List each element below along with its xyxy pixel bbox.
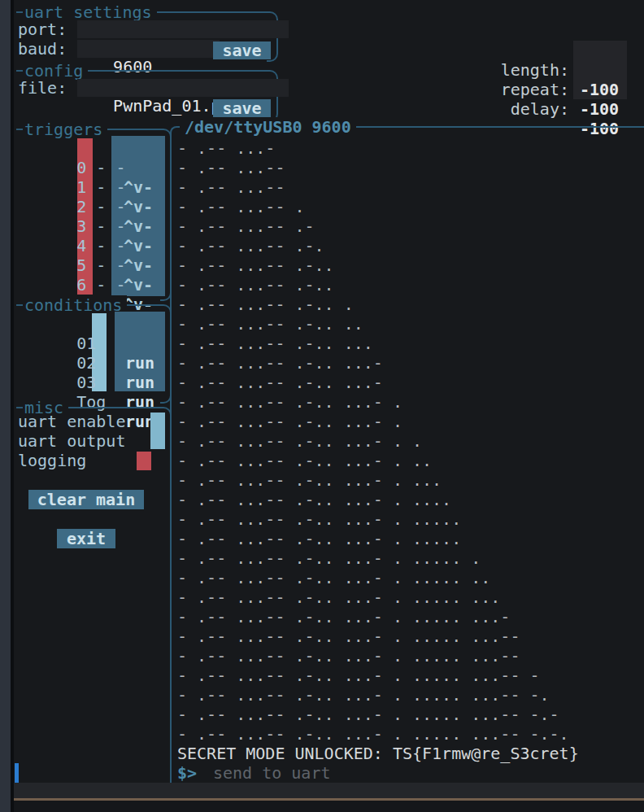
port-input[interactable]: /dev/ttyUSB0 [77, 20, 289, 38]
port-label: port: [18, 20, 67, 39]
file-label: file: [18, 78, 67, 98]
uart-morse-line: - .-- ...-- .-.. ...- [177, 373, 637, 392]
conditions-title: conditions [23, 295, 127, 315]
misc-toggle-label[interactable]: uart output [18, 431, 156, 451]
condition-rows: 01 run 02 run 03 run Tog run [18, 314, 168, 392]
trigger-rows: 0 - - ^v- 1 - - ^v- 2 - - ^v- 3 - - ^v- … [18, 138, 168, 295]
logging-indicator[interactable] [137, 452, 151, 470]
file-input[interactable]: PwnPad_01.py [77, 79, 289, 97]
uart-morse-line: - .-- ...-- .-.. ... [177, 334, 637, 353]
condition-row: 03 run [18, 353, 168, 373]
trigger-row: 3 - - ^v- [18, 197, 168, 216]
misc-toggle-label[interactable]: logging [18, 451, 156, 470]
uart-morse-line: - .-- ...-- .-.. ...- . .... [177, 490, 637, 509]
uart-morse-line: - .-- ...-- .-.. ...- . . [177, 431, 637, 451]
uart-morse-line: - .-- ...-- .-.. [177, 275, 637, 295]
uart-morse-line: - .-- ...-- .-.. ...- . ..... ...-- -.- [177, 705, 637, 724]
uart-output-title: /dev/ttyUSB0 9600 [180, 117, 356, 137]
uart-morse-line: - .-- ...-- .-.. ...- . [177, 412, 637, 431]
exit-button[interactable]: exit [57, 529, 115, 548]
uart-morse-line: - .-- ...-- .-.. ...- . ..... ...-- [177, 626, 637, 646]
trigger-row: 6 - - ^v- [18, 255, 168, 275]
uart-morse-line: - .-- ...- [177, 138, 637, 158]
uart-morse-line: - .-- ...-- .-.. ...- . ..... ... [177, 587, 637, 607]
misc-toggle-labels: uart enable uart output logging [18, 412, 156, 470]
uart-output-lines: - .-- ...- - .-- ...-- - .-- ...-- - .--… [177, 138, 637, 744]
uart-morse-line: - .-- ...-- [177, 177, 637, 197]
uart-morse-line: - .-- ...-- .- [177, 216, 637, 236]
uart-morse-line: - .-- ...-- .-.. ...- . ..... [177, 529, 637, 548]
trigger-row: 1 - - ^v- [18, 158, 168, 177]
condition-row: Tog run [18, 373, 168, 392]
baud-input[interactable]: 9600 [77, 40, 220, 58]
send-to-uart-input[interactable] [213, 763, 538, 783]
trigger-row: 4 - - ^v- [18, 216, 168, 236]
condition-row: 02 run [18, 334, 168, 353]
param-row: length: -100 [455, 41, 644, 60]
bottom-outer-area [14, 801, 644, 812]
uart-morse-line: - .-- ...-- .-.. ...- . ..... ...-- [177, 646, 637, 666]
uart-enable-indicator[interactable] [150, 413, 165, 449]
uart-morse-line: - .-- ...-- .-.. ...- . ..... . [177, 548, 637, 568]
param-label: delay: [455, 99, 569, 119]
uart-morse-line: - .-- ...-- .-.. ...- . ..... ...- [177, 607, 637, 626]
uart-morse-line: - .-- ...-- .-.. ...- . ..... .. [177, 568, 637, 587]
param-row: delay: -100 [455, 80, 644, 99]
uart-morse-line: - .-- ...-- [177, 158, 637, 177]
scroll-handle[interactable] [15, 763, 19, 783]
uart-save-button[interactable]: save [213, 41, 271, 59]
secret-mode-line: SECRET MODE UNLOCKED: TS{F1rmw@re_S3cret… [177, 744, 579, 763]
condition-row: 01 run [18, 314, 168, 334]
config-save-button[interactable]: save [213, 99, 271, 117]
uart-morse-line: - .-- ...-- .-.. ...- . ... [177, 470, 637, 490]
uart-morse-line: - .-- ...-- .-.. .. [177, 314, 637, 334]
uart-morse-line: - .-- ...-- .-.. ...- . ..... [177, 509, 637, 529]
trigger-row: 5 - - ^v- [18, 236, 168, 255]
uart-morse-line: - .-- ...-- .-. [177, 236, 637, 255]
uart-morse-line: - .-- ...-- .-.. ...- . ..... ...-- -. [177, 685, 637, 705]
uart-morse-line: - .-- ...-- .-.. ...- [177, 353, 637, 373]
uart-morse-line: - .-- ...-- .-.. ...- . .. [177, 451, 637, 470]
window-left-edge [0, 0, 11, 812]
uart-morse-line: - .-- ...-- .-.. ...- . ..... ...-- - [177, 666, 637, 685]
baud-label: baud: [18, 39, 67, 59]
uart-morse-line: - .-- ...-- .-.. [177, 255, 637, 275]
trigger-row: 0 - - ^v- [18, 138, 168, 158]
uart-morse-line: - .-- ...-- .-.. ...- . ..... ...-- -.-. [177, 724, 637, 744]
triggers-title: triggers [23, 120, 107, 139]
trigger-row: 2 - - ^v- [18, 177, 168, 197]
prompt-symbol: $> [177, 763, 197, 783]
uart-morse-line: - .-- ...-- .-.. ...- . [177, 392, 637, 412]
clear-main-button[interactable]: clear main [28, 490, 144, 509]
param-value-input[interactable]: -100 [580, 99, 629, 119]
uart-morse-line: - .-- ...-- . [177, 197, 637, 216]
param-row: repeat: -100 [455, 60, 644, 80]
bottom-status-strip [14, 783, 644, 798]
app-window: { "colors": { "background": "#17191c", "… [0, 0, 644, 812]
params-fields: length: -100 repeat: -100 delay: -100 [455, 41, 644, 99]
window-edge-separator [11, 0, 14, 812]
uart-morse-line: - .-- ...-- .-.. . [177, 295, 637, 314]
trigger-row: 7 - - ^v- [18, 275, 168, 295]
misc-toggle-label[interactable]: uart enable [18, 412, 156, 431]
